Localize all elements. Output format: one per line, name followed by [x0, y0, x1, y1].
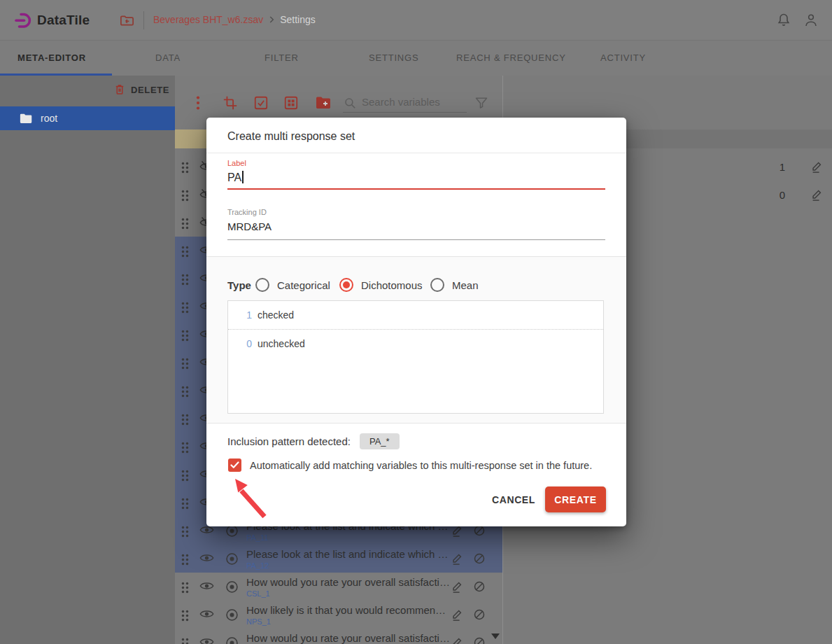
drag-handle-icon: [181, 302, 190, 314]
edit-pencil-icon: [451, 580, 463, 594]
tab-data[interactable]: DATA: [155, 41, 181, 76]
value-codes-listbox: 1checked0unchecked: [227, 300, 604, 414]
drag-handle-icon: [181, 470, 190, 482]
app-header: DataTile Beverages BHT_w6.zsav Settings: [0, 0, 832, 41]
scroll-down-arrow[interactable]: [491, 634, 500, 639]
cancel-button[interactable]: CANCEL: [492, 490, 535, 510]
delete-label: DELETE: [131, 85, 169, 95]
filter-funnel-icon[interactable]: [474, 96, 488, 110]
variable-row-pa_12[interactable]: Please look at the list and indicate whi…: [175, 545, 502, 573]
value-code: 1: [244, 309, 252, 321]
folder-sidebar: DELETE root: [0, 76, 175, 644]
type-radio-mean[interactable]: Mean: [430, 278, 479, 292]
edit-pencil-icon: [810, 188, 823, 202]
variable-code: PA_12: [246, 561, 451, 570]
edit-pencil-icon: [451, 552, 463, 566]
tab-reach-frequency[interactable]: REACH & FREQUENCY: [456, 41, 566, 76]
search-variables-input[interactable]: [362, 92, 465, 111]
single-response-icon: [225, 580, 239, 594]
create-button[interactable]: CREATE: [545, 486, 606, 512]
app-logo: DataTile: [14, 11, 90, 29]
drag-handle-icon: [181, 162, 190, 174]
notifications-bell-icon[interactable]: [775, 12, 792, 29]
label-field-underline: [227, 188, 605, 190]
radio-unchecked-icon[interactable]: [430, 278, 444, 292]
variable-label: How likely is it that you would recommen…: [246, 604, 451, 616]
drag-handle-icon: [181, 330, 190, 342]
drag-handle-icon: [181, 610, 190, 622]
root-folder-label: root: [41, 113, 57, 124]
inclusion-pattern-chip: PA_*: [360, 433, 400, 449]
chevron-right-icon: [267, 15, 276, 24]
eye-icon: [199, 636, 214, 644]
eye-icon: [199, 580, 214, 592]
value-code-row[interactable]: 1checked: [228, 301, 603, 329]
dialog-title: Create multi response set: [227, 130, 355, 143]
empty-set-icon: [473, 636, 486, 644]
drag-handle-icon: [181, 358, 190, 370]
type-radio-dichotomous[interactable]: Dichotomous: [339, 278, 423, 292]
tracking-id-caption: Tracking ID: [227, 208, 267, 216]
crop-select-icon[interactable]: [223, 95, 238, 111]
auto-add-label: Automatically add matching variables to …: [250, 460, 592, 471]
single-response-icon: [225, 552, 239, 566]
empty-set-icon: [473, 580, 486, 593]
main-tabbar: META-EDITORDATAFILTERSETTINGSREACH & FRE…: [0, 41, 832, 76]
empty-set-icon: [473, 552, 486, 565]
value-label: unchecked: [258, 338, 305, 349]
tab-meta-editor[interactable]: META-EDITOR: [17, 41, 86, 76]
account-person-icon[interactable]: [803, 12, 819, 29]
value-code-row[interactable]: 0unchecked: [228, 329, 603, 357]
eye-icon: [199, 552, 214, 564]
radio-unchecked-icon[interactable]: [255, 278, 269, 292]
value-code: 0: [780, 189, 785, 201]
label-field-input[interactable]: PA: [227, 171, 244, 184]
radio-checked-icon[interactable]: [339, 278, 353, 292]
tracking-id-underline: [227, 239, 605, 240]
grid-view-icon[interactable]: [283, 95, 299, 111]
edit-pencil-icon: [810, 160, 823, 174]
annotation-arrow: [220, 470, 276, 526]
empty-set-icon: [473, 608, 486, 621]
header-divider: [143, 11, 144, 29]
dialog-title-divider: [206, 153, 626, 153]
single-response-icon: [225, 636, 239, 644]
auto-add-row: Automatically add matching variables to …: [228, 458, 592, 472]
variable-row-nps_1[interactable]: How likely is it that you would recommen…: [175, 601, 502, 629]
new-folder-icon[interactable]: [315, 95, 332, 111]
variable-label: Please look at the list and indicate whi…: [246, 548, 451, 560]
tab-filter[interactable]: FILTER: [265, 41, 299, 76]
search-underline: [343, 112, 467, 113]
edit-pencil-icon: [451, 636, 463, 644]
drag-handle-icon: [181, 386, 190, 398]
tab-settings[interactable]: SETTINGS: [369, 41, 418, 76]
select-all-checkbox-icon[interactable]: [253, 95, 269, 111]
type-section: Type CategoricalDichotomousMean 1checked…: [206, 256, 626, 424]
app-title: DataTile: [37, 13, 90, 28]
tracking-id-input[interactable]: MRD&PA: [227, 220, 272, 232]
more-options-kebab-icon[interactable]: [194, 95, 202, 111]
variable-code: NPS_1: [246, 617, 451, 626]
breadcrumb-section: Settings: [280, 14, 316, 25]
breadcrumb-project[interactable]: Beverages BHT_w6.zsav: [153, 14, 263, 25]
text-cursor: [242, 171, 244, 183]
eye-icon: [199, 608, 214, 620]
variable-row-csl_1[interactable]: How would you rate your overall satisfac…: [175, 573, 502, 601]
open-project-icon[interactable]: [119, 13, 135, 29]
type-radio-categorical[interactable]: Categorical: [255, 278, 330, 292]
drag-handle-icon: [181, 414, 190, 426]
variable-code: CSL_1: [246, 589, 451, 598]
breadcrumb: Beverages BHT_w6.zsav Settings: [153, 14, 316, 25]
drag-handle-icon: [181, 582, 190, 594]
inclusion-pattern-row: Inclusion pattern detected: PA_*: [227, 433, 400, 449]
variable-row[interactable]: How would you rate your overall satisfac…: [175, 629, 502, 644]
tab-activity[interactable]: ACTIVITY: [600, 41, 646, 76]
single-response-icon: [225, 608, 239, 622]
variable-label: How would you rate your overall satisfac…: [246, 576, 451, 588]
value-code: 0: [244, 338, 252, 349]
sidebar-item-root[interactable]: root: [0, 106, 175, 130]
drag-handle-icon: [181, 190, 190, 202]
delete-button[interactable]: DELETE: [113, 83, 169, 96]
edit-pencil-icon: [451, 608, 463, 622]
variable-code: PA_11: [246, 533, 451, 542]
